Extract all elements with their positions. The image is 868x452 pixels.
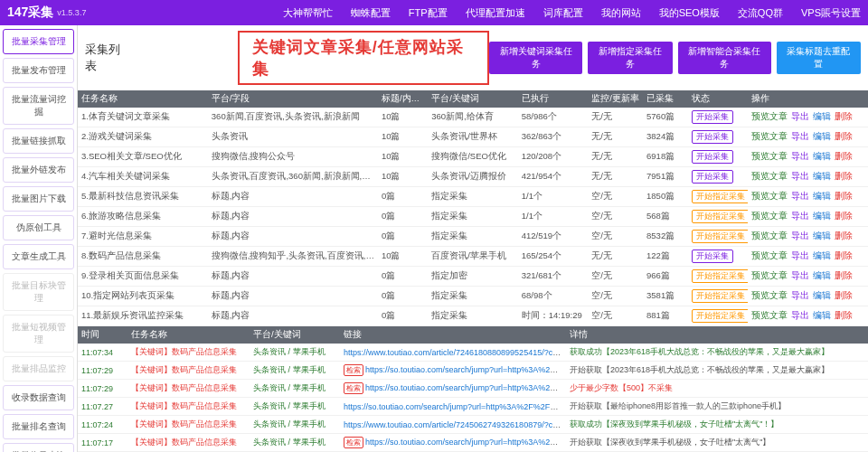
op-export[interactable]: 导出	[791, 191, 809, 201]
sidebar-item: 批量短视频管理	[3, 315, 74, 353]
op-preview[interactable]: 预览文章	[751, 131, 788, 141]
sidebar-item[interactable]: 批量流量词挖掘	[3, 87, 74, 125]
sidebar-item[interactable]: 批量外链发布	[3, 157, 74, 183]
topnav-item[interactable]: 代理配置加速	[466, 6, 525, 20]
op-preview[interactable]: 预览文章	[751, 191, 788, 201]
log-link[interactable]: https://so.toutiao.com/search/jump?url=h…	[365, 383, 566, 392]
op-preview[interactable]: 预览文章	[751, 290, 788, 300]
op-edit[interactable]: 编辑	[813, 290, 831, 300]
op-edit[interactable]: 编辑	[813, 211, 831, 221]
topnav-item[interactable]: 我的SEO模版	[659, 6, 720, 20]
sidebar-item[interactable]: 批量收录查询	[3, 443, 74, 452]
topnav-item[interactable]: 词库配置	[543, 6, 583, 20]
table-row: 4.汽车相关关键词采集头条资讯,百度资讯,360新闻,新浪新闻,搜狗知乎,凤凰新…	[78, 167, 868, 187]
status-tag[interactable]: 开始指定采集	[692, 230, 748, 243]
op-export[interactable]: 导出	[791, 131, 809, 141]
op-del[interactable]: 删除	[835, 171, 853, 181]
op-preview[interactable]: 预览文章	[751, 111, 788, 121]
op-del[interactable]: 删除	[835, 310, 853, 320]
sidebar-item[interactable]: 批量图片下载	[3, 186, 74, 212]
status-tag[interactable]: 开始指定采集	[692, 210, 748, 223]
sidebar-item[interactable]: 批量发布管理	[3, 58, 74, 83]
op-del[interactable]: 删除	[835, 290, 853, 300]
sidebar-item[interactable]: 伪原创工具	[3, 215, 74, 240]
col-header: 已执行	[518, 90, 588, 108]
op-preview[interactable]: 预览文章	[751, 250, 788, 260]
topnav-item[interactable]: 大神帮帮忙	[283, 6, 333, 20]
op-edit[interactable]: 编辑	[813, 171, 831, 181]
op-del[interactable]: 删除	[835, 231, 853, 240]
op-del[interactable]: 删除	[835, 270, 853, 280]
op-preview[interactable]: 预览文章	[751, 151, 788, 161]
op-edit[interactable]: 编辑	[813, 131, 831, 141]
topbar: 147采集 v1.5.3.7 大神帮帮忙蜘蛛配置FTP配置代理配置加速词库配置我…	[0, 0, 868, 25]
log-link[interactable]: https://so.toutiao.com/search/jump?url=h…	[365, 365, 566, 374]
col-header: 监控/更新率	[588, 90, 643, 108]
topnav-item[interactable]: 交流QQ群	[738, 6, 783, 20]
status-tag[interactable]: 开始采集	[692, 130, 733, 144]
sidebar-item[interactable]: 文章生成工具	[3, 244, 74, 269]
sidebar-item[interactable]: 批量采集管理	[3, 29, 74, 54]
op-preview[interactable]: 预览文章	[751, 310, 788, 320]
task-table-body: 1.体育关键词文章采集360新闻,百度资讯,头条资讯,新浪新闻10篇360新闻,…	[78, 108, 868, 326]
op-export[interactable]: 导出	[791, 171, 809, 181]
log-row: 11:07:29【关键词】数码产品信息采集头条资讯 / 苹果手机检索https:…	[78, 362, 868, 380]
op-edit[interactable]: 编辑	[813, 270, 831, 280]
op-export[interactable]: 导出	[791, 290, 809, 300]
status-tag[interactable]: 开始指定采集	[692, 289, 748, 303]
op-del[interactable]: 删除	[835, 151, 853, 161]
sidebar-item[interactable]: 批量链接抓取	[3, 128, 74, 154]
status-tag[interactable]: 开始采集	[692, 170, 733, 184]
op-export[interactable]: 导出	[791, 211, 809, 221]
status-tag[interactable]: 开始采集	[692, 110, 733, 124]
col-header: 操作	[748, 90, 868, 108]
log-link[interactable]: https://www.toutiao.com/article/72450627…	[344, 420, 566, 429]
op-export[interactable]: 导出	[791, 151, 809, 161]
topnav-item[interactable]: FTP配置	[409, 6, 448, 20]
op-del[interactable]: 删除	[835, 250, 853, 260]
op-del[interactable]: 删除	[835, 111, 853, 121]
log-col-header: 平台/关键词	[250, 326, 340, 344]
status-tag[interactable]: 开始指定采集	[692, 269, 748, 283]
op-export[interactable]: 导出	[791, 231, 809, 240]
header-button[interactable]: 新增指定采集任务	[588, 42, 672, 74]
topnav-item[interactable]: VPS賬号设置	[801, 6, 861, 20]
op-edit[interactable]: 编辑	[813, 250, 831, 260]
op-preview[interactable]: 预览文章	[751, 211, 788, 221]
op-export[interactable]: 导出	[791, 310, 809, 320]
sidebar-item[interactable]: 收录数据查询	[3, 385, 74, 410]
op-edit[interactable]: 编辑	[813, 310, 831, 320]
op-del[interactable]: 删除	[835, 191, 853, 201]
log-link[interactable]: https://so.toutiao.com/search/jump?url=h…	[365, 438, 566, 447]
topnav-item[interactable]: 蜘蛛配置	[351, 6, 391, 20]
op-export[interactable]: 导出	[791, 250, 809, 260]
log-table: 时间任务名称平台/关键词链接详情 11:07:34【关键词】数码产品信息采集头条…	[78, 326, 868, 452]
header-button[interactable]: 新增关键词采集任务	[489, 42, 582, 74]
op-preview[interactable]: 预览文章	[751, 171, 788, 181]
sidebar-item[interactable]: 批量排名查询	[3, 414, 74, 439]
op-preview[interactable]: 预览文章	[751, 231, 788, 240]
sidebar-item: 批量目标块管理	[3, 273, 74, 311]
log-col-header: 详情	[566, 326, 868, 344]
status-tag[interactable]: 开始指定采集	[692, 309, 748, 323]
header-button[interactable]: 新增智能合采集任务	[678, 42, 771, 74]
header-button[interactable]: 采集标题去重配置	[777, 42, 861, 74]
op-edit[interactable]: 编辑	[813, 111, 831, 121]
log-row: 11:07:34【关键词】数码产品信息采集头条资讯 / 苹果手机https://…	[78, 344, 868, 362]
status-tag[interactable]: 开始采集	[692, 250, 733, 263]
log-col-header: 链接	[340, 326, 566, 344]
log-link[interactable]: https://so.toutiao.com/search/jump?url=h…	[344, 402, 566, 411]
sidebar-item: 批量排品监控	[3, 356, 74, 381]
op-edit[interactable]: 编辑	[813, 151, 831, 161]
op-del[interactable]: 删除	[835, 211, 853, 221]
op-del[interactable]: 删除	[835, 131, 853, 141]
log-link[interactable]: https://www.toutiao.com/article/72461808…	[344, 348, 566, 357]
status-tag[interactable]: 开始指定采集	[692, 190, 748, 203]
topnav-item[interactable]: 我的网站	[601, 6, 641, 20]
op-preview[interactable]: 预览文章	[751, 270, 788, 280]
op-edit[interactable]: 编辑	[813, 191, 831, 201]
op-export[interactable]: 导出	[791, 270, 809, 280]
op-export[interactable]: 导出	[791, 111, 809, 121]
op-edit[interactable]: 编辑	[813, 231, 831, 240]
status-tag[interactable]: 开始采集	[692, 150, 733, 164]
